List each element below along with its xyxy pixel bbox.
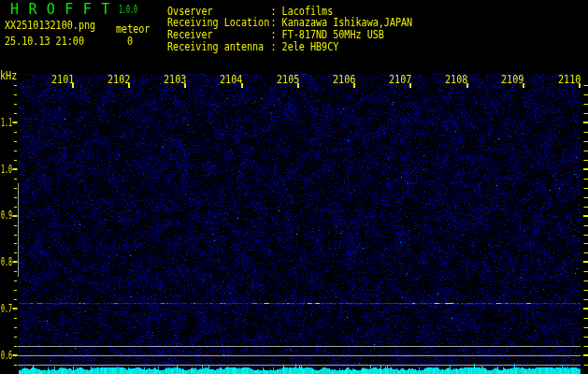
freq-tick-label: 0.6 [1, 350, 12, 361]
freq-tick-label: 1.1 [1, 117, 12, 128]
meteor-count: 0 [127, 36, 133, 47]
time-tick-label: 2107 [389, 74, 411, 85]
time-tick-label: 2102 [108, 74, 130, 85]
output-filename: XX2510132100.png [5, 20, 95, 31]
station-info-line: Receiving antenna: 2ele HB9CY [167, 41, 338, 52]
station-info-label: Receiving Location [167, 17, 270, 28]
time-tick-label: 2106 [333, 74, 355, 85]
observation-datetime: 25.10.13 21:00 [5, 36, 84, 47]
station-info-label: Receiver [167, 29, 270, 40]
freq-axis-unit-label: kHz [0, 69, 17, 81]
time-tick-label: 2109 [501, 74, 523, 85]
station-info-line: Ovserver: Lacofilms [167, 6, 333, 17]
app-version: 1.0.0 [119, 4, 137, 15]
time-tick-label: 2108 [445, 74, 467, 85]
station-info-label: Ovserver [167, 6, 270, 17]
hrofft-window: HROFFT 1.0.0 XX2510132100.png meteor 25.… [0, 0, 588, 374]
freq-tick-label: 0.8 [1, 256, 12, 267]
station-info-line: Receiver: FT-817ND 50MHz USB [167, 29, 384, 40]
time-tick-label: 2103 [164, 74, 186, 85]
time-tick-label: 2101 [51, 74, 74, 85]
station-info-line: Receiving Location: Kanazawa Ishikawa,JA… [167, 17, 412, 28]
freq-tick-label: 1.0 [1, 164, 12, 175]
time-tick-label: 2105 [277, 74, 299, 85]
time-tick-label: 2110 [558, 74, 581, 85]
station-info-label: Receiving antenna [167, 41, 270, 52]
spectrogram-canvas [0, 0, 588, 374]
station-info-separator: : [270, 40, 281, 53]
freq-tick-label: 0.9 [1, 209, 12, 221]
station-info-value: 2ele HB9CY [282, 40, 339, 53]
time-tick-label: 2104 [220, 74, 242, 85]
freq-tick-label: 0.7 [1, 303, 12, 314]
app-title: HROFFT [10, 3, 120, 17]
observation-mode-label: meteor [116, 23, 150, 35]
